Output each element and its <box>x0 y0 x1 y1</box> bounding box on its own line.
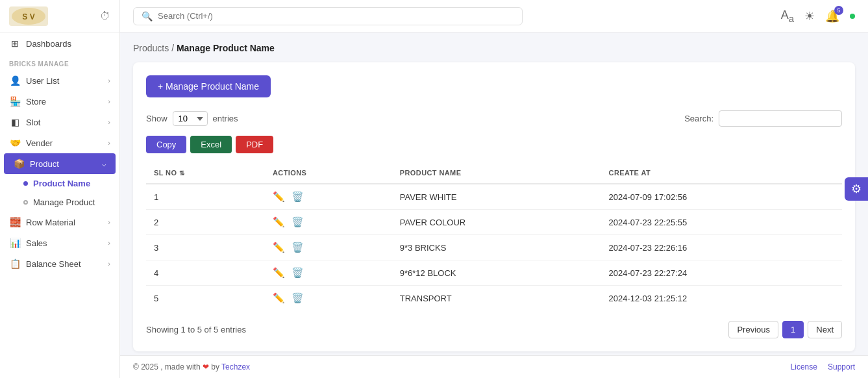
user-list-icon: 👤 <box>9 75 21 86</box>
chevron-right-icon: › <box>108 260 110 268</box>
sidebar-item-store[interactable]: 🏪 Store › <box>0 91 119 112</box>
settings-fab[interactable]: ⚙ <box>845 177 868 201</box>
balance-sheet-icon: 📋 <box>9 258 21 269</box>
theme-icon[interactable]: ☀ <box>804 9 815 23</box>
main-area: 🔍 Aa ☀ 🔔 5 Products / Manage Product Nam… <box>120 0 868 378</box>
delete-icon[interactable]: 🗑️ <box>291 216 304 228</box>
sidebar-item-slot[interactable]: ◧ Slot › <box>0 112 119 132</box>
cell-create-at: 2024-07-23 22:26:16 <box>601 235 842 260</box>
cell-sl-no: 2 <box>146 210 265 235</box>
sidebar-item-dashboards[interactable]: ⊞ Dashboards <box>0 33 119 54</box>
support-link[interactable]: Support <box>828 362 855 372</box>
delete-icon[interactable]: 🗑️ <box>291 267 304 279</box>
page-1-button[interactable]: 1 <box>782 321 804 338</box>
next-button[interactable]: Next <box>808 321 842 338</box>
cell-product-name: TRANSPORT <box>392 286 601 311</box>
chevron-down-icon: ⌵ <box>102 160 106 168</box>
cell-sl-no: 3 <box>146 235 265 260</box>
dashboards-icon: ⊞ <box>9 38 21 49</box>
sidebar-sub-item-manage-product[interactable]: Manage Product <box>0 193 119 212</box>
section-label: BRICKS MANAGE <box>0 54 119 70</box>
copy-button[interactable]: Copy <box>146 136 186 153</box>
cell-create-at: 2024-07-09 17:02:56 <box>601 184 842 210</box>
topbar-icons: Aa ☀ 🔔 5 <box>781 8 855 24</box>
notification-icon[interactable]: 🔔 5 <box>825 9 839 23</box>
table-row: 2 ✏️ 🗑️ PAVER COLOUR 2024-07-23 22:25:55 <box>146 210 842 235</box>
sidebar-item-user-list[interactable]: 👤 User List › <box>0 70 119 91</box>
col-sl-no: SL NO ⇅ <box>146 162 265 184</box>
sidebar: S V ⏱ ⊞ Dashboards BRICKS MANAGE 👤 User … <box>0 0 120 378</box>
cell-sl-no: 5 <box>146 286 265 311</box>
edit-icon[interactable]: ✏️ <box>273 267 285 279</box>
edit-icon[interactable]: ✏️ <box>273 216 285 228</box>
sidebar-sub-item-product-name[interactable]: Product Name <box>0 174 119 193</box>
entries-control: Show 10 25 50 100 entries <box>146 111 238 126</box>
translate-icon[interactable]: Aa <box>781 8 794 24</box>
table-row: 4 ✏️ 🗑️ 9*6*12 BLOCK 2024-07-23 22:27:24 <box>146 260 842 286</box>
sidebar-item-row-material[interactable]: 🧱 Row Material › <box>0 212 119 233</box>
online-status-dot <box>850 14 855 19</box>
cell-actions: ✏️ 🗑️ <box>265 286 392 311</box>
entries-select[interactable]: 10 25 50 100 <box>173 111 208 126</box>
search-box[interactable]: 🔍 <box>133 7 523 25</box>
previous-button[interactable]: Previous <box>728 321 778 338</box>
chevron-right-icon: › <box>108 118 110 126</box>
chevron-right-icon: › <box>108 77 110 84</box>
cell-actions: ✏️ 🗑️ <box>265 235 392 260</box>
search-icon: 🔍 <box>142 11 153 21</box>
row-material-icon: 🧱 <box>9 217 21 227</box>
table-row: 1 ✏️ 🗑️ PAVER WHITE 2024-07-09 17:02:56 <box>146 184 842 210</box>
content-area: Products / Manage Product Name + Manage … <box>120 32 868 355</box>
edit-icon[interactable]: ✏️ <box>273 242 285 253</box>
settings-icon: ⚙ <box>851 182 862 196</box>
notification-badge: 5 <box>834 6 843 15</box>
chevron-right-icon: › <box>108 239 110 247</box>
edit-icon[interactable]: ✏️ <box>273 191 285 203</box>
excel-button[interactable]: Excel <box>190 136 232 153</box>
cell-sl-no: 4 <box>146 260 265 286</box>
logo: S V <box>9 6 48 26</box>
table-search-input[interactable] <box>719 110 842 127</box>
table-row: 3 ✏️ 🗑️ 9*3 BRICKS 2024-07-23 22:26:16 <box>146 235 842 260</box>
cell-actions: ✏️ 🗑️ <box>265 260 392 286</box>
col-actions: ACTIONS <box>265 162 392 184</box>
license-link[interactable]: License <box>791 362 817 372</box>
cell-create-at: 2024-07-23 22:25:55 <box>601 210 842 235</box>
pagination-info: Showing 1 to 5 of 5 entries <box>146 325 246 334</box>
table-controls: Show 10 25 50 100 entries Search: <box>146 110 842 127</box>
add-product-name-button[interactable]: + Manage Product Name <box>146 75 271 97</box>
chevron-right-icon: › <box>108 218 110 226</box>
cell-actions: ✏️ 🗑️ <box>265 184 392 210</box>
export-buttons: Copy Excel PDF <box>146 136 842 153</box>
entries-label: entries <box>213 114 238 123</box>
delete-icon[interactable]: 🗑️ <box>291 191 304 203</box>
heart-icon: ❤ <box>203 362 209 372</box>
cell-create-at: 2024-12-03 21:25:12 <box>601 286 842 311</box>
breadcrumb-current: Manage Product Name <box>177 43 275 53</box>
edit-icon[interactable]: ✏️ <box>273 292 285 304</box>
cell-create-at: 2024-07-23 22:27:24 <box>601 260 842 286</box>
col-product-name: PRODUCT NAME <box>392 162 601 184</box>
col-create-at: CREATE AT <box>601 162 842 184</box>
sidebar-item-balance-sheet[interactable]: 📋 Balance Sheet › <box>0 253 119 274</box>
pdf-button[interactable]: PDF <box>236 136 273 153</box>
breadcrumb: Products / Manage Product Name <box>133 43 855 53</box>
product-icon: 📦 <box>13 158 25 169</box>
chevron-right-icon: › <box>108 97 110 105</box>
delete-icon[interactable]: 🗑️ <box>291 242 304 253</box>
breadcrumb-parent[interactable]: Products <box>133 43 169 53</box>
sidebar-item-product[interactable]: 📦 Product ⌵ <box>4 153 116 174</box>
sidebar-logo: S V ⏱ <box>0 0 119 33</box>
delete-icon[interactable]: 🗑️ <box>291 292 304 304</box>
footer-copyright: © 2025 , made with ❤ by Techzex <box>133 362 250 372</box>
footer-brand-link[interactable]: Techzex <box>221 362 250 372</box>
pagination-area: Showing 1 to 5 of 5 entries Previous 1 N… <box>146 321 842 338</box>
show-label: Show <box>146 114 167 123</box>
dot-icon <box>23 181 28 186</box>
cell-actions: ✏️ 🗑️ <box>265 210 392 235</box>
sidebar-item-vender[interactable]: 🤝 Vender › <box>0 132 119 153</box>
footer-links: License Support <box>791 362 855 372</box>
search-input[interactable] <box>158 11 514 21</box>
svg-text:S V: S V <box>22 12 34 21</box>
sidebar-item-sales[interactable]: 📊 Sales › <box>0 233 119 253</box>
